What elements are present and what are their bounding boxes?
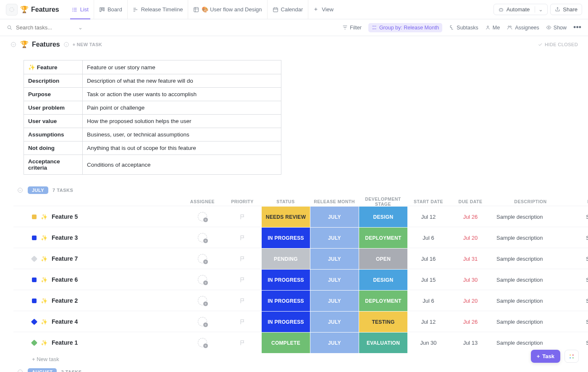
purpose-cell[interactable]: Sample purpose [570, 214, 588, 220]
tab-list[interactable]: List [67, 0, 94, 19]
chevron-down-icon[interactable]: ⌄ [78, 24, 83, 31]
start-date[interactable]: Jun 30 [407, 340, 449, 346]
description-cell[interactable]: Sample description [491, 277, 570, 283]
column-header[interactable]: ASSIGNEE [181, 199, 223, 204]
column-header[interactable]: DUE DATE [449, 199, 491, 204]
grip-handle[interactable] [6, 4, 18, 16]
column-header[interactable]: RELEASE MONTH [310, 199, 359, 204]
priority-flag[interactable] [223, 319, 261, 325]
automate-button[interactable]: Automate ⌄ [494, 4, 548, 15]
description-cell[interactable]: Sample description [491, 256, 570, 262]
task-name[interactable]: Feature 6 [52, 276, 78, 283]
task-row[interactable]: ✨ Feature 4 IN PROGRESS JULY TESTING Jul… [13, 311, 588, 332]
task-name[interactable]: Feature 7 [52, 255, 78, 262]
share-button[interactable]: Share [550, 4, 582, 15]
purpose-cell[interactable]: Sample purpose [570, 256, 588, 262]
me-button[interactable]: Me [485, 25, 500, 31]
status-cell[interactable]: IN PROGRESS [261, 311, 310, 332]
status-cell[interactable]: IN PROGRESS [261, 290, 310, 311]
priority-flag[interactable] [223, 235, 261, 241]
due-date[interactable]: Jul 26 [449, 214, 491, 220]
purpose-cell[interactable]: Sample purpose [570, 235, 588, 241]
dev-stage-cell[interactable]: TESTING [359, 311, 407, 332]
due-date[interactable]: Jul 26 [449, 319, 491, 325]
task-name[interactable]: Feature 2 [52, 297, 78, 304]
status-cell[interactable]: PENDING [261, 248, 310, 269]
dev-stage-cell[interactable]: DESIGN [359, 269, 407, 290]
tab--user-flow-and-design[interactable]: 🎨 User flow and Design [188, 0, 267, 19]
assignee-add[interactable] [198, 317, 207, 326]
release-month-cell[interactable]: JULY [310, 269, 359, 290]
due-date[interactable]: Jul 20 [449, 298, 491, 304]
status-cell[interactable]: IN PROGRESS [261, 227, 310, 248]
priority-flag[interactable] [223, 277, 261, 283]
column-header[interactable]: STATUS [261, 199, 310, 204]
search-input[interactable] [16, 24, 75, 31]
assignee-add[interactable] [198, 275, 207, 284]
assignee-add[interactable] [198, 254, 207, 263]
tab-calendar[interactable]: Calendar [267, 0, 308, 19]
task-row[interactable]: ✨ Feature 5 NEEDS REVIEW JULY DESIGN Jul… [13, 206, 588, 227]
subtasks-button[interactable]: Subtasks [449, 25, 478, 31]
status-cell[interactable]: COMPLETE [261, 332, 310, 353]
more-menu[interactable]: ••• [573, 23, 581, 32]
filter-button[interactable]: Filter [342, 25, 362, 31]
collapse-section-icon[interactable] [10, 41, 17, 48]
show-button[interactable]: Show [546, 25, 567, 31]
due-date[interactable]: Jul 13 [449, 340, 491, 346]
priority-flag[interactable] [223, 214, 261, 220]
info-icon[interactable] [63, 42, 69, 47]
fab-new-task[interactable]: + Task [531, 350, 560, 363]
column-header[interactable]: DESCRIPTION [491, 199, 570, 204]
fab-apps[interactable] [564, 350, 579, 363]
task-name[interactable]: Feature 3 [52, 234, 78, 241]
purpose-cell[interactable]: Sample purpose [570, 298, 588, 304]
release-month-cell[interactable]: JULY [310, 332, 359, 353]
group-by-button[interactable]: Group by: Release Month [368, 23, 442, 32]
task-row[interactable]: ✨ Feature 7 PENDING JULY OPEN Jul 16 Jul… [13, 248, 588, 269]
start-date[interactable]: Jul 15 [407, 277, 449, 283]
task-row[interactable]: ✨ Feature 3 IN PROGRESS JULY DEPLOYMENT … [13, 227, 588, 248]
dev-stage-cell[interactable]: DEPLOYMENT [359, 290, 407, 311]
task-name[interactable]: Feature 1 [52, 339, 78, 346]
start-date[interactable]: Jul 12 [407, 319, 449, 325]
start-date[interactable]: Jul 16 [407, 256, 449, 262]
tab-board[interactable]: Board [94, 0, 127, 19]
priority-flag[interactable] [223, 340, 261, 346]
status-cell[interactable]: IN PROGRESS [261, 269, 310, 290]
task-row[interactable]: ✨ Feature 6 IN PROGRESS JULY DESIGN Jul … [13, 269, 588, 290]
assignees-button[interactable]: Assignees [507, 25, 539, 31]
tab-release-timeline[interactable]: Release Timeline [127, 0, 188, 19]
purpose-cell[interactable]: Sample purpose [570, 340, 588, 346]
column-header[interactable]: PRIORITY [223, 199, 261, 204]
priority-flag[interactable] [223, 298, 261, 304]
purpose-cell[interactable]: Sample purpose [570, 277, 588, 283]
collapse-group-icon[interactable] [17, 187, 24, 194]
description-cell[interactable]: Sample description [491, 319, 570, 325]
start-date[interactable]: Jul 6 [407, 235, 449, 241]
description-cell[interactable]: Sample description [491, 298, 570, 304]
assignee-add[interactable] [198, 338, 207, 347]
description-cell[interactable]: Sample description [491, 340, 570, 346]
hide-closed-button[interactable]: HIDE CLOSED [538, 42, 578, 47]
group-pill[interactable]: AUGUST [28, 368, 57, 372]
purpose-cell[interactable]: Sample purpose [570, 319, 588, 325]
dev-stage-cell[interactable]: EVALUATION [359, 332, 407, 353]
search-field[interactable]: ⌄ [7, 24, 91, 31]
start-date[interactable]: Jul 12 [407, 214, 449, 220]
release-month-cell[interactable]: JULY [310, 227, 359, 248]
assignee-add[interactable] [198, 212, 207, 221]
start-date[interactable]: Jul 6 [407, 298, 449, 304]
release-month-cell[interactable]: JULY [310, 311, 359, 332]
column-header[interactable]: PURPOSE [570, 199, 588, 204]
status-cell[interactable]: NEEDS REVIEW [261, 206, 310, 227]
dev-stage-cell[interactable]: DESIGN [359, 206, 407, 227]
group-pill[interactable]: JULY [28, 186, 48, 194]
release-month-cell[interactable]: JULY [310, 248, 359, 269]
release-month-cell[interactable]: JULY [310, 206, 359, 227]
due-date[interactable]: Jul 30 [449, 277, 491, 283]
dev-stage-cell[interactable]: OPEN [359, 248, 407, 269]
collapse-group-icon[interactable] [17, 369, 24, 372]
new-task-row[interactable]: + New task [0, 353, 588, 368]
assignee-add[interactable] [198, 296, 207, 305]
